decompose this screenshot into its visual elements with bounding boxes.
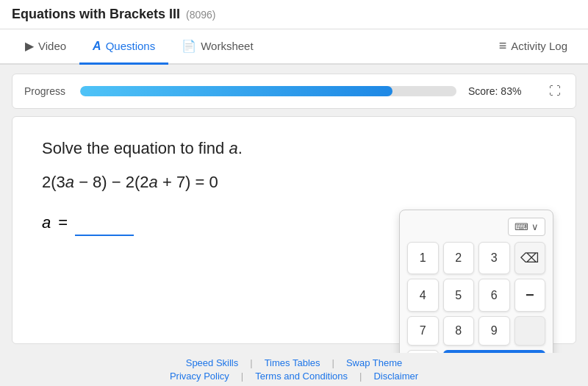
- answer-variable: a: [42, 213, 51, 232]
- key-8[interactable]: 8: [443, 316, 475, 346]
- key-empty: [514, 316, 546, 346]
- tab-activity-log[interactable]: ≡ Activity Log: [490, 29, 576, 65]
- submit-button[interactable]: Submit: [443, 350, 546, 353]
- disclaimer-link[interactable]: Disclaimer: [373, 371, 418, 382]
- progress-fill: [80, 86, 392, 96]
- footer-links-row1: Speed Skills | Times Tables | Swap Theme: [12, 357, 576, 368]
- progress-label: Progress: [24, 85, 68, 97]
- score-label: Score: 83%: [468, 85, 534, 97]
- keyboard-toggle-button[interactable]: ⌨ ∨: [508, 218, 545, 236]
- fullscreen-button[interactable]: ⛶: [546, 82, 564, 101]
- question-text: Solve the equation to find a.: [42, 139, 243, 158]
- activity-code: (8096): [186, 9, 215, 21]
- progress-track: [80, 86, 456, 96]
- times-tables-link[interactable]: Times Tables: [265, 357, 320, 368]
- key-backspace[interactable]: ⌫: [514, 242, 546, 274]
- question-area: Solve the equation to find a. 2(3a − 8) …: [12, 116, 576, 344]
- equation-display: 2(3a − 8) − 2(2a + 7) = 0: [42, 173, 218, 192]
- title-bar: Equations with Brackets III (8096): [0, 0, 588, 29]
- key-0[interactable]: 0: [407, 350, 439, 353]
- key-9[interactable]: 9: [478, 316, 510, 346]
- key-7[interactable]: 7: [407, 316, 439, 346]
- footer-links-row2: Privacy Policy | Terms and Conditions | …: [12, 371, 576, 382]
- speed-skills-link[interactable]: Speed Skills: [186, 357, 239, 368]
- tab-questions[interactable]: A Questions: [79, 29, 168, 65]
- worksheet-icon: 📄: [182, 39, 196, 53]
- answer-row: a =: [42, 210, 134, 236]
- equals-sign: =: [58, 213, 68, 232]
- tab-bar: ▶ Video A Questions 📄 Worksheet ≡ Activi…: [0, 29, 588, 65]
- keyboard-icon: ⌨: [514, 221, 528, 232]
- terms-link[interactable]: Terms and Conditions: [255, 371, 348, 382]
- key-6[interactable]: 6: [478, 279, 510, 312]
- keyboard-toggle-row: ⌨ ∨: [407, 218, 545, 236]
- privacy-policy-link[interactable]: Privacy Policy: [170, 371, 229, 382]
- key-1[interactable]: 1: [407, 242, 439, 274]
- key-minus[interactable]: −: [514, 279, 546, 312]
- key-4[interactable]: 4: [407, 279, 439, 312]
- tab-activity-log-label: Activity Log: [511, 40, 567, 52]
- activity-log-icon: ≡: [499, 38, 507, 54]
- keyboard-chevron-icon: ∨: [531, 221, 539, 232]
- page-title: Equations with Brackets III: [12, 7, 180, 22]
- key-3[interactable]: 3: [478, 242, 510, 274]
- tab-worksheet-label: Worksheet: [201, 40, 253, 52]
- answer-input[interactable]: [75, 210, 134, 236]
- tab-video-label: Video: [38, 40, 66, 52]
- play-icon: ▶: [25, 39, 34, 53]
- tab-questions-label: Questions: [106, 40, 156, 52]
- tab-video[interactable]: ▶ Video: [12, 29, 79, 65]
- swap-theme-link[interactable]: Swap Theme: [346, 357, 402, 368]
- key-5[interactable]: 5: [443, 279, 475, 312]
- main-content: Progress Score: 83% ⛶ Solve the equation…: [0, 65, 588, 353]
- tab-worksheet[interactable]: 📄 Worksheet: [168, 29, 266, 65]
- numpad-grid: 1 2 3 ⌫ 4 5 6 − 7 8 9 0 Submit: [407, 242, 545, 353]
- keyboard-panel: ⌨ ∨ 1 2 3 ⌫ 4 5 6 − 7 8 9 0 Submit: [399, 210, 553, 353]
- progress-container: Progress Score: 83% ⛶: [12, 74, 576, 109]
- footer: Speed Skills | Times Tables | Swap Theme…: [0, 353, 588, 386]
- questions-icon: A: [93, 40, 101, 53]
- key-2[interactable]: 2: [443, 242, 475, 274]
